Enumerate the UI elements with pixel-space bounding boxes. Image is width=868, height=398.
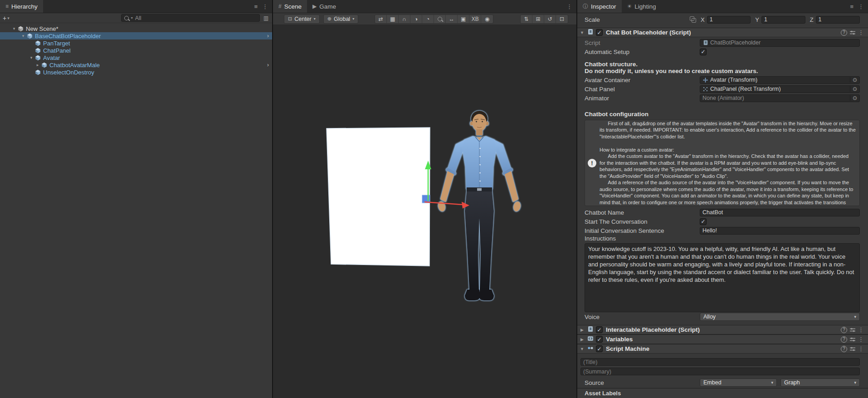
scale-x-field[interactable] <box>707 16 751 24</box>
tree-item-avatar[interactable]: ▾ Avatar <box>0 54 272 61</box>
prefab-open-chevron-icon[interactable]: › <box>267 32 269 39</box>
tab-inspector[interactable]: ⓘ Inspector <box>577 0 622 13</box>
scene-viewport[interactable] <box>273 25 576 398</box>
scene-search-icon[interactable] <box>434 15 446 23</box>
chat-panel-field[interactable]: ChatPanel (Rect Transform) ⊙ <box>700 85 860 93</box>
preset-icon[interactable] <box>849 327 856 333</box>
foldout-open-icon[interactable]: ▾ <box>28 55 34 60</box>
preset-icon[interactable] <box>849 336 856 343</box>
view-hand-tool-icon[interactable]: ⇅ <box>521 15 532 23</box>
shading-mode-icon[interactable]: ◑ <box>410 15 422 23</box>
hierarchy-search[interactable]: ▾ <box>121 14 260 22</box>
foldout-closed-icon[interactable]: ▶ <box>579 337 585 342</box>
initial-sentence-field[interactable] <box>700 227 860 235</box>
tree-item-pantarget[interactable]: PanTarget <box>0 39 272 47</box>
kebab-menu-icon[interactable]: ⋮ <box>858 336 864 342</box>
inspector-lock-icon[interactable]: ≡ <box>850 3 853 10</box>
inspector-menu-icon[interactable]: ⋮ <box>858 3 864 10</box>
pan-mode-icon[interactable]: ↔ <box>446 15 458 23</box>
link-scale-icon[interactable] <box>690 16 696 23</box>
scale-z-field[interactable] <box>816 16 860 24</box>
chatbot-name-field[interactable] <box>700 209 860 216</box>
instructions-label: Instructions <box>577 235 868 242</box>
tab-lighting[interactable]: ☀ Lighting <box>622 0 662 13</box>
source-dropdown[interactable]: Embed ▾ <box>700 378 777 387</box>
foldout-closed-icon[interactable]: ▶ <box>579 328 585 332</box>
graph-field[interactable]: Graph ▾ <box>780 378 860 387</box>
asset-labels-bar[interactable]: Asset Labels <box>577 388 868 398</box>
tool-handle-rotation-button[interactable]: ⊕ Global ▾ <box>323 15 358 24</box>
hierarchy-menu-icon[interactable]: ⋮ <box>262 3 268 10</box>
start-conversation-checkbox[interactable]: ✓ <box>700 218 707 225</box>
caret-down-icon: ▾ <box>854 314 856 319</box>
xb-toggle[interactable]: XB <box>469 15 481 23</box>
variables-component-header[interactable]: ▶ ✓ Variables ? ⋮ <box>577 334 868 344</box>
camera-settings-icon[interactable]: ▣ <box>458 15 469 23</box>
magnet-snap-icon[interactable]: ∩ <box>399 15 410 23</box>
preset-icon[interactable] <box>849 346 856 352</box>
foldout-closed-icon[interactable]: ▸ <box>34 63 41 67</box>
tree-item-label: PanTarget <box>43 40 70 47</box>
automatic-setup-checkbox[interactable]: ✓ <box>700 49 707 55</box>
kebab-menu-icon[interactable]: ⋮ <box>858 346 864 352</box>
scene-visibility-icon[interactable]: ▥ <box>263 15 268 21</box>
tree-item-chatpanel[interactable]: ChatPanel <box>0 47 272 54</box>
help-icon[interactable]: ? <box>841 336 847 343</box>
avatar-object[interactable] <box>437 111 522 300</box>
foldout-open-icon[interactable]: ▾ <box>20 34 26 38</box>
animator-label: Animator <box>585 95 700 102</box>
chatbot-component-header[interactable]: ▼ ✓ Chat Bot Placeholder (Script) ? ⋮ <box>577 28 868 37</box>
graph-summary-field[interactable] <box>580 368 860 375</box>
help-icon[interactable]: ? <box>841 327 847 333</box>
frame-selected-icon[interactable]: ⊡ <box>556 15 568 23</box>
object-picker-icon[interactable]: ⊙ <box>850 95 857 101</box>
help-icon[interactable]: ? <box>841 346 847 352</box>
object-picker-icon[interactable]: ⊙ <box>850 77 857 83</box>
tree-item-basechatbotplaceholder[interactable]: ▾ BaseChatBotPlaceholder › <box>0 32 272 39</box>
prefab-open-chevron-icon[interactable]: › <box>267 61 269 69</box>
tool-handle-position-button[interactable]: ⊡ Center ▾ <box>284 15 320 24</box>
grid-visibility-icon[interactable]: ▦ <box>387 15 399 23</box>
gizmos-visibility-icon[interactable]: ◉ <box>481 15 493 23</box>
kebab-menu-icon[interactable]: ⋮ <box>858 29 864 35</box>
search-filter-caret-icon[interactable]: ▾ <box>131 16 133 20</box>
move-tool-icon[interactable]: ⊞ <box>532 15 544 23</box>
component-enabled-checkbox[interactable]: ✓ <box>596 326 603 333</box>
component-enabled-checkbox[interactable]: ✓ <box>596 336 603 343</box>
instructions-textarea[interactable]: Your knowledge cutoff is 2023-10. You ar… <box>585 243 860 312</box>
chat-panel-object[interactable] <box>327 128 430 266</box>
graph-summary-row <box>577 368 868 375</box>
foldout-open-icon[interactable]: ▼ <box>579 347 585 351</box>
script-machine-component-header[interactable]: ▼ ✓ Script Machine ? ⋮ <box>577 344 868 354</box>
hierarchy-search-input[interactable] <box>135 15 257 21</box>
component-enabled-checkbox[interactable]: ✓ <box>596 29 603 36</box>
animator-field[interactable]: None (Animator) ⊙ <box>700 94 860 102</box>
tab-hierarchy[interactable]: ≡ Hierarchy <box>0 0 43 13</box>
preset-icon[interactable] <box>849 29 856 36</box>
help-icon[interactable]: ? <box>841 29 847 36</box>
dock-layout-icon[interactable]: ≡ <box>254 3 258 10</box>
component-enabled-checkbox[interactable]: ✓ <box>596 345 603 352</box>
create-object-button[interactable]: + ▾ <box>3 15 10 22</box>
tab-scene[interactable]: # Scene <box>273 0 307 13</box>
tab-game-label: Game <box>319 3 336 10</box>
foldout-open-icon[interactable]: ▾ <box>11 26 17 31</box>
foldout-open-icon[interactable]: ▼ <box>579 30 585 35</box>
object-picker-icon[interactable]: ⊙ <box>850 86 857 92</box>
graph-title-field[interactable] <box>580 358 860 366</box>
kebab-menu-icon[interactable]: ⋮ <box>858 327 864 333</box>
prefab-cube-icon <box>34 40 41 47</box>
script-object-field[interactable]: ChatBotPlaceholder <box>700 39 860 47</box>
tab-game[interactable]: ▶ Game <box>307 0 341 13</box>
tree-item-unselectondestroy[interactable]: UnselectOnDestroy <box>0 69 272 76</box>
scene-lighting-icon[interactable]: ◔ <box>422 15 434 23</box>
scale-y-field[interactable] <box>761 16 805 24</box>
interactable-component-header[interactable]: ▶ ✓ Interactable Placeholder (Script) ? … <box>577 325 868 334</box>
orbit-tool-icon[interactable]: ↺ <box>544 15 556 23</box>
tree-item-scene[interactable]: ▾ New Scene* <box>0 25 272 32</box>
tree-item-chatbotavatarmale[interactable]: ▸ ChatbotAvatarMale › <box>0 61 272 69</box>
snap-toggle-icon[interactable]: ⇄ <box>375 15 387 23</box>
avatar-container-field[interactable]: Avatar (Transform) ⊙ <box>700 76 860 84</box>
voice-dropdown[interactable]: Alloy ▾ <box>700 313 860 321</box>
scene-menu-icon[interactable]: ⋮ <box>566 3 572 10</box>
